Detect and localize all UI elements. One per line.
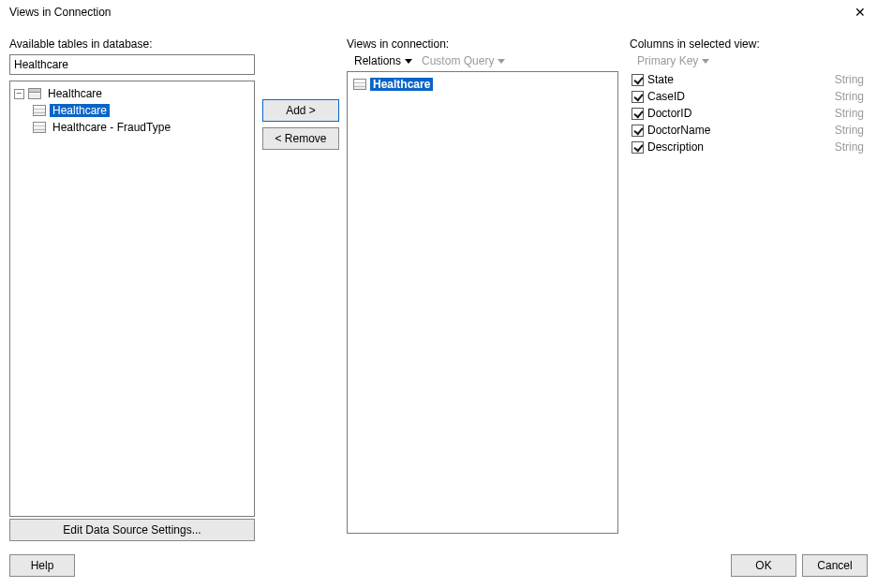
table-icon [33, 105, 46, 116]
column-type: String [835, 73, 868, 86]
tree-item[interactable]: Healthcare [12, 102, 252, 119]
columns-in-view-label: Columns in selected view: [630, 37, 868, 51]
column-checkbox[interactable] [632, 108, 644, 120]
column-name: DoctorName [647, 124, 831, 137]
help-button[interactable]: Help [9, 554, 75, 577]
column-name: Description [647, 140, 831, 154]
tree-item[interactable]: Healthcare - FraudType [12, 119, 252, 136]
view-item[interactable]: Healthcare [349, 76, 616, 93]
column-row[interactable]: DoctorIDString [630, 105, 868, 122]
available-tables-tree[interactable]: −HealthcareHealthcareHealthcare - FraudT… [9, 81, 255, 517]
ok-button[interactable]: OK [731, 554, 796, 577]
column-type: String [835, 124, 868, 137]
column-row[interactable]: StateString [630, 71, 868, 88]
column-type: String [835, 140, 868, 154]
database-icon [28, 88, 41, 99]
add-button[interactable]: Add > [262, 99, 339, 122]
column-checkbox[interactable] [632, 141, 644, 154]
tree-item-label: Healthcare [50, 104, 110, 117]
column-name: DoctorID [647, 107, 831, 120]
views-in-connection-label: Views in connection: [347, 37, 618, 51]
relations-dropdown[interactable]: Relations [354, 54, 412, 67]
views-list[interactable]: Healthcare [347, 71, 618, 534]
available-tables-label: Available tables in database: [9, 37, 255, 51]
column-type: String [835, 107, 868, 120]
custom-query-dropdown-label: Custom Query [422, 54, 494, 67]
tree-root-label: Healthcare [45, 87, 105, 100]
chevron-down-icon [498, 59, 505, 64]
column-name: CaseID [647, 90, 831, 103]
chevron-down-icon [405, 59, 412, 64]
collapse-icon[interactable]: − [14, 89, 24, 99]
close-icon[interactable]: ✕ [849, 6, 871, 24]
relations-dropdown-label: Relations [354, 54, 401, 67]
column-checkbox[interactable] [632, 125, 644, 137]
custom-query-dropdown[interactable]: Custom Query [422, 54, 505, 67]
table-icon [353, 79, 366, 90]
column-checkbox[interactable] [632, 74, 644, 86]
tree-item-label: Healthcare - FraudType [50, 121, 173, 134]
column-name: State [647, 73, 831, 86]
remove-button[interactable]: < Remove [262, 127, 339, 150]
table-icon [33, 122, 46, 133]
column-row[interactable]: CaseIDString [630, 88, 868, 105]
column-row[interactable]: DescriptionString [630, 139, 868, 155]
columns-list[interactable]: StateStringCaseIDStringDoctorIDStringDoc… [630, 71, 868, 534]
primary-key-dropdown[interactable]: Primary Key [637, 54, 709, 67]
tree-root[interactable]: −Healthcare [12, 85, 252, 102]
cancel-button[interactable]: Cancel [802, 554, 868, 577]
column-row[interactable]: DoctorNameString [630, 122, 868, 139]
primary-key-dropdown-label: Primary Key [637, 54, 698, 67]
chevron-down-icon [702, 59, 709, 64]
search-input[interactable] [9, 54, 255, 75]
window-title: Views in Connection [9, 6, 111, 19]
column-type: String [835, 90, 868, 103]
column-checkbox[interactable] [632, 91, 644, 103]
view-item-label: Healthcare [370, 78, 433, 91]
edit-data-source-button[interactable]: Edit Data Source Settings... [9, 519, 255, 541]
